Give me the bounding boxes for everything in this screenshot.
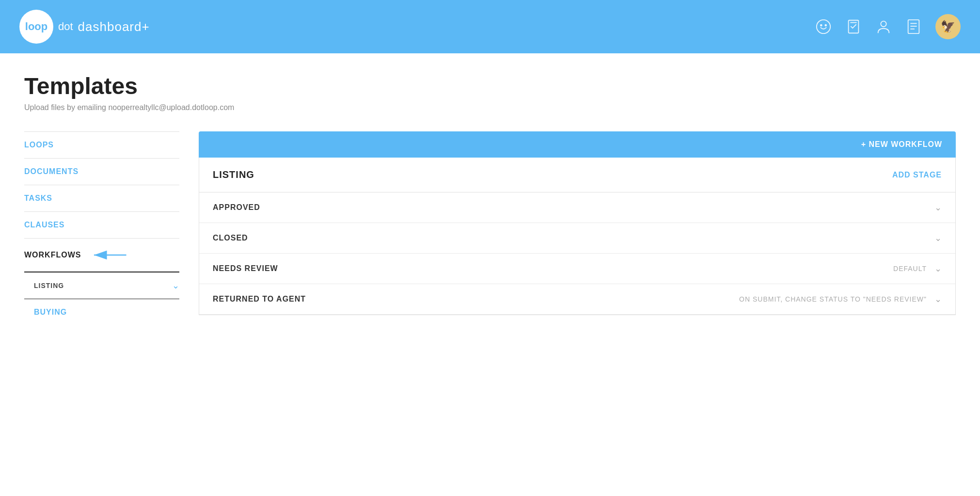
stage-name-closed: CLOSED xyxy=(213,234,248,242)
sidebar-item-tasks[interactable]: TASKS xyxy=(24,185,179,212)
page-subtitle: Upload files by emailing nooperrealtyllc… xyxy=(24,103,956,112)
logo-dot-text: dot xyxy=(58,21,73,32)
person-icon[interactable] xyxy=(875,18,892,35)
logo-product: dashboard+ xyxy=(78,19,150,34)
header-nav: 🦅 xyxy=(815,14,961,39)
chevron-down-needs-review-icon: ⌄ xyxy=(934,263,942,274)
stage-right-approved: ⌄ xyxy=(934,202,942,213)
sidebar-sub-listing[interactable]: LISTING ⌄ xyxy=(24,272,179,299)
stage-right-returned: ON SUBMIT, CHANGE STATUS TO "NEEDS REVIE… xyxy=(739,294,942,304)
chevron-down-approved-icon: ⌄ xyxy=(934,202,942,213)
stage-name-needs-review: NEEDS REVIEW xyxy=(213,264,278,273)
avatar[interactable]: 🦅 xyxy=(935,14,961,39)
stage-right-needs-review: DEFAULT ⌄ xyxy=(893,263,942,274)
sidebar: LOOPS DOCUMENTS TASKS CLAUSES WORKFLOWS xyxy=(24,131,179,325)
avatar-emoji: 🦅 xyxy=(941,20,955,33)
stage-row-closed[interactable]: CLOSED ⌄ xyxy=(199,223,955,254)
logo: loop dot dashboard+ xyxy=(19,10,150,44)
svg-point-5 xyxy=(881,21,886,27)
stage-tag-needs-review: DEFAULT xyxy=(893,265,927,272)
sidebar-item-loops[interactable]: LOOPS xyxy=(24,131,179,159)
svg-point-0 xyxy=(817,20,830,33)
sidebar-item-buying[interactable]: BUYING xyxy=(24,299,179,325)
arrow-indicator xyxy=(90,247,128,263)
add-stage-button[interactable]: ADD STAGE xyxy=(892,171,942,179)
stage-row-needs-review[interactable]: NEEDS REVIEW DEFAULT ⌄ xyxy=(199,254,955,284)
workflow-title-row: LISTING ADD STAGE xyxy=(199,158,955,192)
stage-row-returned[interactable]: RETURNED TO AGENT ON SUBMIT, CHANGE STAT… xyxy=(199,284,955,315)
sidebar-workflows-label: WORKFLOWS xyxy=(24,251,81,259)
stage-name-returned: RETURNED TO AGENT xyxy=(213,295,306,304)
workflow-name: LISTING xyxy=(213,169,254,180)
chevron-down-closed-icon: ⌄ xyxy=(934,233,942,243)
content-layout: LOOPS DOCUMENTS TASKS CLAUSES WORKFLOWS xyxy=(24,131,956,325)
stage-tag-returned: ON SUBMIT, CHANGE STATUS TO "NEEDS REVIE… xyxy=(739,295,927,303)
main-content: Templates Upload files by emailing noope… xyxy=(0,53,980,496)
workflow-header-bar: + NEW WORKFLOW xyxy=(199,131,956,158)
logo-loop-text: loop xyxy=(25,20,47,33)
chevron-down-icon: ⌄ xyxy=(172,280,179,291)
document-icon[interactable] xyxy=(905,18,922,35)
chevron-down-returned-icon: ⌄ xyxy=(934,294,942,304)
page-title: Templates xyxy=(24,73,956,99)
sidebar-item-workflows[interactable]: WORKFLOWS xyxy=(24,239,179,272)
svg-point-1 xyxy=(821,25,822,26)
new-workflow-button[interactable]: + NEW WORKFLOW xyxy=(861,140,942,149)
sidebar-item-documents[interactable]: DOCUMENTS xyxy=(24,159,179,185)
smiley-icon[interactable] xyxy=(815,18,832,35)
stage-right-closed: ⌄ xyxy=(934,233,942,243)
stage-row-approved[interactable]: APPROVED ⌄ xyxy=(199,192,955,223)
stage-name-approved: APPROVED xyxy=(213,203,260,212)
sidebar-sub-listing-label: LISTING xyxy=(34,282,64,289)
main-panel: + NEW WORKFLOW LISTING ADD STAGE APPROVE… xyxy=(199,131,956,315)
logo-circle: loop xyxy=(19,10,53,44)
workflow-body: LISTING ADD STAGE APPROVED ⌄ CLOSED ⌄ xyxy=(199,158,956,315)
header: loop dot dashboard+ xyxy=(0,0,980,53)
checklist-icon[interactable] xyxy=(845,18,862,35)
svg-point-2 xyxy=(825,25,826,26)
sidebar-item-clauses[interactable]: CLAUSES xyxy=(24,212,179,239)
